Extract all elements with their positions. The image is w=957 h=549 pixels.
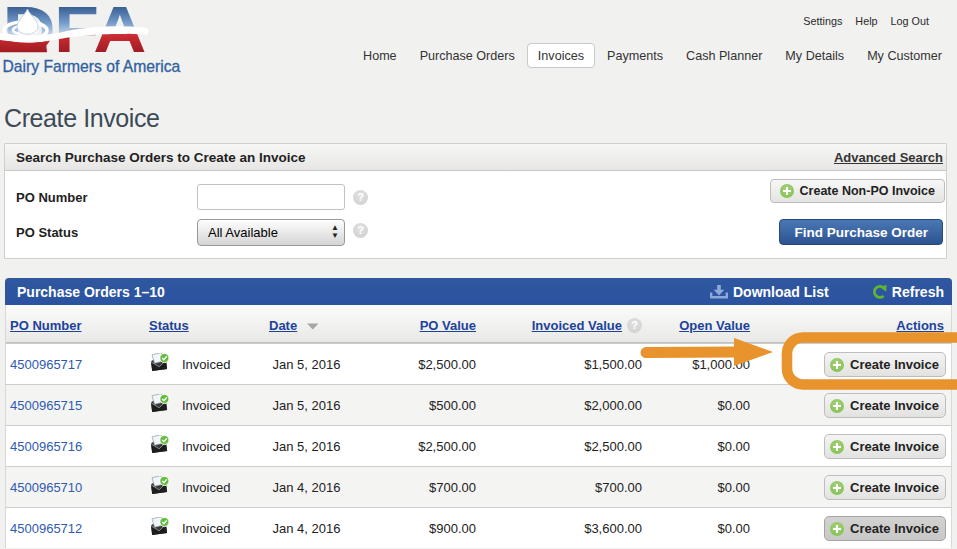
svg-text:Dairy Farmers of America: Dairy Farmers of America [3, 58, 181, 75]
